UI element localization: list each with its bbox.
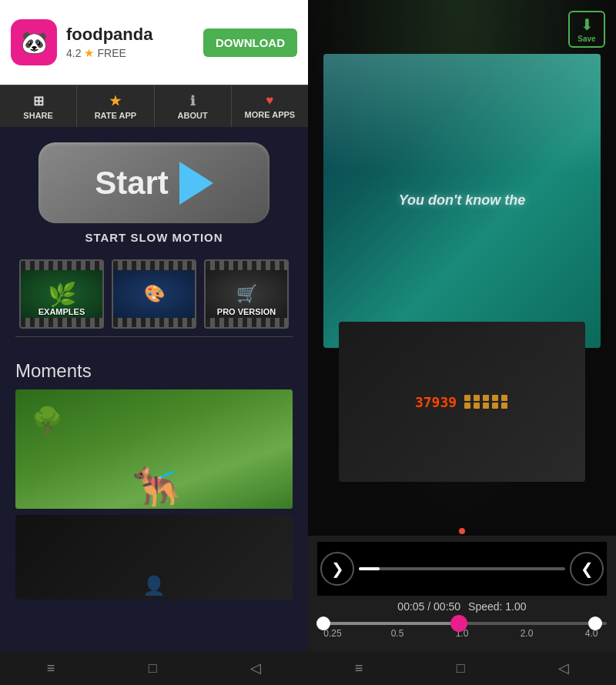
filters-icon: 🎨 (144, 284, 165, 304)
tv-screen: You don't know the (323, 54, 601, 349)
speed-fill (317, 622, 462, 625)
start-text: Start (95, 165, 169, 202)
speed-display: Speed: 1.00 (468, 600, 527, 613)
nav-prev-button[interactable]: ❯ (320, 552, 354, 586)
grid-dot (501, 395, 507, 401)
examples-label: EXAMPLES (21, 307, 102, 316)
speed-thumb-right[interactable] (588, 616, 602, 630)
speed-thumb-mid[interactable] (450, 615, 467, 632)
ad-info: foodpanda 4.2 ★ FREE (66, 25, 194, 60)
ad-free-label: FREE (97, 47, 126, 59)
speed-label-20: 2.0 (511, 628, 542, 639)
left-panel: 🐼 foodpanda 4.2 ★ FREE DOWNLOAD i ⊞ SHAR… (0, 0, 308, 685)
moments-title: Moments (15, 360, 293, 382)
ad-rating-value: 4.2 (66, 47, 81, 59)
divider (15, 336, 293, 337)
grid-dot (474, 395, 480, 401)
timeline-progress (359, 567, 380, 570)
about-icon: ℹ (190, 93, 195, 109)
pro-label: PRO VERSION (206, 307, 287, 316)
home-button-right[interactable]: □ (444, 656, 477, 681)
film-strip-top (21, 261, 102, 270)
tv-glow (323, 54, 601, 172)
grid-dot (483, 395, 489, 401)
more-apps-button[interactable]: ♥ MORE APPS (232, 85, 308, 127)
ad-title: foodpanda (66, 25, 194, 45)
ad-icon: 🐼 (11, 19, 57, 65)
speed-label-40: 4.0 (576, 628, 607, 639)
rate-label: RATE APP (95, 111, 136, 120)
grid-dot (474, 403, 480, 409)
time-display: 00:05 / 00:50 (397, 600, 460, 613)
film-strip-bottom-3 (206, 318, 287, 327)
save-button[interactable]: ⬇ Save (568, 11, 605, 48)
film-strip-bottom (21, 318, 102, 327)
about-label: ABOUT (178, 111, 208, 120)
share-label: SHARE (23, 111, 53, 120)
more-label: MORE APPS (245, 110, 296, 119)
film-strip-bottom-2 (113, 318, 195, 327)
film-strip-top-2 (113, 261, 195, 270)
speed-track[interactable] (317, 622, 607, 625)
time-speed-row: 00:05 / 00:50 Speed: 1.00 (317, 600, 607, 613)
bottom-nav-left: ≡ □ ◁ (0, 651, 308, 685)
menu-button-right[interactable]: ≡ (343, 656, 376, 681)
grid-dot (492, 395, 498, 401)
share-icon: ⊞ (33, 93, 44, 109)
ad-banner: 🐼 foodpanda 4.2 ★ FREE DOWNLOAD (0, 0, 308, 85)
filters-thumbnail[interactable]: 🎨 (112, 259, 196, 329)
pro-version-thumbnail[interactable]: 🛒 PRO VERSION (204, 259, 289, 329)
toolbar: ⊞ SHARE ★ RATE APP ℹ ABOUT ♥ MORE APPS (0, 85, 308, 127)
moments-section: Moments 🐕‍🦺 🌳 👤 (0, 353, 308, 600)
tv-stand-area: 37939 (339, 322, 585, 483)
more-icon: ♥ (266, 93, 273, 109)
tv-text: You don't know the (399, 192, 526, 209)
about-button[interactable]: ℹ ABOUT (155, 85, 232, 127)
grid-dot (483, 403, 489, 409)
grid-dot (492, 403, 498, 409)
thumbnails-row: 🌿 EXAMPLES 🎨 🛒 PRO VERSION (4, 259, 304, 329)
examples-thumbnail[interactable]: 🌿 EXAMPLES (19, 259, 104, 329)
home-button-left[interactable]: □ (136, 656, 169, 681)
rate-icon: ★ (109, 93, 121, 109)
grid-dot (464, 403, 470, 409)
film-strip-top-3 (206, 261, 287, 270)
speed-label-05: 0.5 (382, 628, 413, 639)
save-icon: ⬇ (581, 15, 594, 34)
moment-image-1[interactable]: 🐕‍🦺 🌳 (15, 389, 293, 509)
back-button-right[interactable]: ◁ (546, 655, 581, 681)
right-panel: ⬇ Save You don't know the 37939 (308, 0, 616, 685)
grid-dot (464, 395, 470, 401)
speed-slider-container: 0.25 0.5 1.0 2.0 4.0 (317, 622, 607, 639)
video-area: You don't know the 37939 (308, 0, 616, 536)
share-button[interactable]: ⊞ SHARE (0, 85, 77, 127)
ad-star-icon: ★ (84, 46, 94, 60)
timeline-bar[interactable] (359, 567, 565, 570)
play-icon (179, 162, 213, 205)
rate-app-button[interactable]: ★ RATE APP (77, 85, 154, 127)
grid-dot (501, 403, 507, 409)
display-numbers: 37939 (415, 394, 457, 410)
cart-icon: 🛒 (236, 284, 257, 304)
grid-display (464, 395, 509, 409)
controls-area: ❯ ❮ 00:05 / 00:50 Speed: 1.00 0.25 0.5 1… (308, 536, 616, 651)
ad-rating: 4.2 ★ FREE (66, 46, 194, 60)
moment-image-2[interactable]: 👤 (15, 515, 293, 600)
start-area: Start START SLOW MOTION (0, 142, 308, 244)
menu-button-left[interactable]: ≡ (35, 656, 68, 681)
download-button[interactable]: DOWNLOAD (203, 28, 297, 57)
video-nav-bar: ❯ ❮ (317, 542, 607, 596)
speed-thumb-left[interactable] (316, 616, 330, 630)
start-button[interactable]: Start (38, 142, 270, 223)
thumb-content-filters: 🎨 (113, 270, 195, 318)
save-label: Save (578, 35, 595, 43)
video-background: You don't know the 37939 (308, 0, 616, 536)
bottom-nav-right: ≡ □ ◁ (308, 651, 616, 685)
back-button-left[interactable]: ◁ (238, 655, 273, 681)
nav-next-button[interactable]: ❮ (570, 552, 604, 586)
start-slow-motion-label: START SLOW MOTION (85, 231, 223, 244)
indicator-dot (459, 528, 465, 534)
